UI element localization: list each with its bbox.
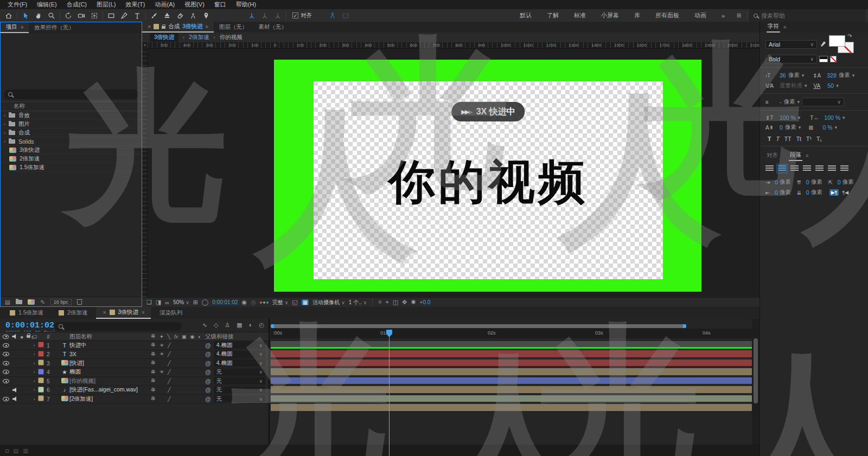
list-item[interactable]: 3倍快进 xyxy=(1,146,142,155)
time-ruler[interactable]: :00s01s02s03s04s xyxy=(271,329,752,338)
tab-comp-3x[interactable]: × 3倍快进 ≡ xyxy=(96,307,151,319)
layer-duration-bar[interactable] xyxy=(271,386,752,393)
tsume-value[interactable]: 0 % xyxy=(822,124,832,131)
parent-dropdown[interactable]: 无 ∨ xyxy=(214,395,265,402)
frame-blend-icon[interactable]: ▦ xyxy=(237,322,242,329)
shy-icon[interactable]: ♙ xyxy=(225,322,230,329)
pick-whip-icon[interactable]: @ xyxy=(205,360,211,367)
layer-duration-bar[interactable] xyxy=(271,350,752,357)
shy-switch-icon[interactable]: 单 xyxy=(151,351,156,358)
panel-menu-icon[interactable]: ≡ xyxy=(205,24,208,29)
menu-effect[interactable]: 效果(T) xyxy=(121,0,149,9)
menu-window[interactable]: 窗口 xyxy=(210,0,231,9)
menu-animation[interactable]: 动画(A) xyxy=(151,0,180,9)
quality-switch-icon[interactable]: ╱ xyxy=(168,378,170,384)
layer-duration-bar[interactable] xyxy=(271,377,752,384)
ltr-direction-button[interactable]: ▶¶ xyxy=(829,189,839,196)
list-item[interactable]: › Solids xyxy=(1,137,142,146)
local-axis-mode-icon[interactable] xyxy=(245,10,258,21)
eye-icon[interactable] xyxy=(3,352,9,356)
world-axis-mode-icon[interactable] xyxy=(258,10,271,21)
timeline-search-input[interactable] xyxy=(66,323,177,331)
fill-color-swatch[interactable] xyxy=(829,35,845,47)
project-search[interactable] xyxy=(4,89,138,99)
expand-chevron-icon[interactable]: › xyxy=(30,387,38,393)
swap-fill-stroke-icon[interactable]: ↷ xyxy=(847,33,852,39)
chevron-down-icon[interactable]: ▾ xyxy=(852,73,855,78)
3d-glasses-icon[interactable]: ∞ xyxy=(165,299,169,306)
quality-switch-icon[interactable]: ╱ xyxy=(168,396,170,402)
tab-footage[interactable]: 素材（无） xyxy=(253,22,292,33)
orbit-tool-icon[interactable] xyxy=(62,10,75,21)
quality-switch-icon[interactable]: ╱ xyxy=(168,343,170,348)
pick-whip-icon[interactable]: @ xyxy=(205,378,211,384)
workspace-tab-default[interactable]: 默认 xyxy=(512,11,539,20)
subscript-button[interactable]: T₁ xyxy=(816,136,822,142)
breadcrumb-root[interactable]: 你的视频 xyxy=(220,34,242,41)
camera-tool-icon[interactable] xyxy=(75,10,88,21)
layer-duration-bar[interactable] xyxy=(271,404,752,411)
roto-brush-tool-icon[interactable] xyxy=(187,10,200,21)
viewer-timecode[interactable]: 0:00:01:02 xyxy=(212,299,238,305)
workspace-tab-animation[interactable]: 动画 xyxy=(687,11,714,20)
home-icon[interactable] xyxy=(2,10,15,21)
share-view-icon[interactable]: ⌗ xyxy=(378,299,381,306)
pixel-aspect-icon[interactable]: ⌖ xyxy=(386,299,389,306)
channels-icon[interactable] xyxy=(260,301,269,304)
indent-right-value[interactable]: 0 xyxy=(775,189,778,196)
indent-left-value[interactable]: 0 xyxy=(775,179,778,185)
layer-name-column-label[interactable]: 图层名称 xyxy=(69,333,151,341)
panel-menu-icon[interactable]: ≡ xyxy=(142,310,144,315)
font-family-dropdown[interactable]: Arial ∨ xyxy=(765,40,817,49)
workspace-tab-learn[interactable]: 了解 xyxy=(539,11,566,20)
expand-chevron-icon[interactable]: › xyxy=(30,351,38,357)
fast-preview-icon[interactable]: ◫ xyxy=(393,299,398,306)
playhead[interactable] xyxy=(389,330,390,456)
expand-chevron-icon[interactable]: › xyxy=(4,121,5,127)
pick-whip-icon[interactable]: @ xyxy=(205,387,211,393)
view-axis-mode-icon[interactable] xyxy=(271,10,284,21)
trash-icon[interactable] xyxy=(77,300,82,305)
eraser-tool-icon[interactable] xyxy=(174,10,187,21)
hand-tool-icon[interactable] xyxy=(32,10,45,21)
chevron-down-icon[interactable]: ▾ xyxy=(797,99,800,105)
timeline-search[interactable] xyxy=(54,322,182,331)
chevron-down-icon[interactable]: ▾ xyxy=(802,73,805,78)
exposure-value[interactable]: +0.0 xyxy=(420,299,431,305)
puppet-pin-tool-icon[interactable] xyxy=(200,10,213,21)
audio-icon[interactable] xyxy=(12,396,17,401)
workspace-overflow-chevrons-icon[interactable]: » xyxy=(714,12,732,19)
menu-file[interactable]: 文件(F) xyxy=(3,0,31,9)
parent-dropdown[interactable]: 4.椭圆 ∨ xyxy=(214,342,265,349)
quality-switch-icon[interactable]: ╱ xyxy=(168,369,170,375)
kerning-value[interactable]: 度量标准 xyxy=(780,82,802,89)
no-color-icon[interactable] xyxy=(830,56,837,62)
help-search[interactable] xyxy=(749,9,866,22)
lock-icon[interactable] xyxy=(162,26,165,29)
justify-last-left-button[interactable] xyxy=(803,165,811,172)
menu-edit[interactable]: 编辑(E) xyxy=(33,0,61,9)
font-style-dropdown[interactable]: Bold ∨ xyxy=(765,55,817,63)
chevron-down-icon[interactable]: ▾ xyxy=(805,83,807,88)
menu-layer[interactable]: 图层(L) xyxy=(92,0,120,9)
parent-dropdown[interactable]: 4.椭圆 ∨ xyxy=(214,359,265,367)
space-after-value[interactable]: 0 xyxy=(806,189,809,196)
pan-behind-tool-icon[interactable] xyxy=(88,10,101,21)
graph-editor-icon[interactable]: ◴ xyxy=(259,322,264,329)
clone-stamp-tool-icon[interactable] xyxy=(161,10,174,21)
chevron-down-icon[interactable]: ▾ xyxy=(836,83,839,88)
expand-chevron-icon[interactable]: › xyxy=(30,343,38,348)
help-search-input[interactable] xyxy=(761,11,861,20)
parent-column-label[interactable]: 父级和链接 xyxy=(205,333,269,341)
brush-tool-icon[interactable] xyxy=(148,10,161,21)
justify-last-right-button[interactable] xyxy=(828,165,836,172)
eyedropper-icon[interactable] xyxy=(819,40,827,49)
screen-icon[interactable]: ◨ xyxy=(156,299,161,306)
toggle-modes-icon[interactable]: ▤ xyxy=(13,447,18,454)
chevron-down-icon[interactable]: ▾ xyxy=(843,115,845,120)
vertical-scale-value[interactable]: 100 % xyxy=(780,114,796,121)
number-column-label[interactable]: # xyxy=(47,333,60,340)
label-swatch[interactable] xyxy=(154,24,159,29)
snap-align-toggle[interactable]: ✓ 对齐 xyxy=(292,12,312,20)
leading-value[interactable]: 328 xyxy=(827,72,837,79)
